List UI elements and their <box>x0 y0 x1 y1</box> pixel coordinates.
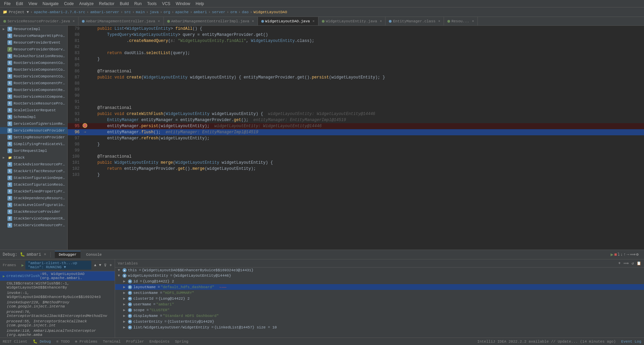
var-user-name[interactable]: ▶ ● userName = "ambari" <box>115 301 644 307</box>
step-down-icon[interactable]: ▼ <box>99 263 102 267</box>
close-icon[interactable]: × <box>438 20 440 23</box>
status-todo[interactable]: ≡ TODO <box>56 340 70 344</box>
var-layout-name[interactable]: ▶ ● layoutName = "default_hdfs_dashboard… <box>115 284 644 290</box>
sidebar-item-stack-dep-resource[interactable]: C StackDependencyResourceProvider <box>0 195 67 202</box>
menu-view[interactable]: View <box>26 0 40 7</box>
sidebar-item-stack-advisor[interactable]: C StackAdvisorResourceProvider <box>0 161 67 168</box>
sidebar-item-root-svc-resource-provider[interactable]: C RootServiceResourceProvider <box>0 100 67 107</box>
sidebar-item-service-resource-provider[interactable]: C ServiceResourceProvider <box>0 127 67 134</box>
close-icon[interactable]: × <box>380 20 382 23</box>
sidebar-item-sort-request-impl[interactable]: C SortRequestImpl <box>0 147 67 154</box>
sidebar-item-root-svc-comp-config-resourc[interactable]: C RootServiceComponentConfigurationResou… <box>0 73 67 80</box>
sidebar-item-resource-provider-observer[interactable]: I ResourceProviderObserver <box>0 46 67 53</box>
add-watch-icon[interactable]: + <box>618 261 621 266</box>
tab-ambari-mgmt-controller-impl[interactable]: AmbariManagementControllerImpl.java × <box>164 17 258 26</box>
sidebar-item-resource-manager-http[interactable]: C ResourceManagerHttpPropertyRequest <box>0 32 67 39</box>
sidebar-item-root-svc-host-comp-resource[interactable]: C RootServiceHostComponentResourceProvid… <box>0 93 67 100</box>
sidebar-item-resource-impl[interactable]: ▶ C ResourceImpl <box>0 26 67 32</box>
sidebar-item-simplifying-predicate[interactable]: C SimplifyingPredicateVisitor <box>0 141 67 147</box>
sidebar-item-stack-level-config[interactable]: C StackLevelConfigurationResourceProvide… <box>0 202 67 208</box>
sidebar-item-stack-config-dep[interactable]: C StackConfigurationDependencyResourcePr… <box>0 175 67 181</box>
sidebar-item-role-auth[interactable]: C RoleAuthorizationResourceProvider <box>0 53 67 60</box>
var-cluster-entity[interactable]: ▶ ● clusterEntity = {ClusterEntity@14429… <box>115 319 644 324</box>
tab-console[interactable]: Console <box>82 251 106 258</box>
frame-item-5[interactable]: proceed:55, InterceptorStackCallback (co… <box>0 319 115 328</box>
sidebar-item-stack-config-resource[interactable]: C StackConfigurationResourceProvider <box>0 181 67 188</box>
menu-code[interactable]: Code <box>61 0 76 7</box>
status-rest-client[interactable]: REST Client <box>3 340 27 344</box>
frame-item-3[interactable]: invokeSuper228, $MethodProxy (com.google… <box>0 300 115 309</box>
menu-vcs[interactable]: VCS <box>159 0 173 7</box>
code-content-area[interactable]: 79 public List<WidgetLayoutEntity> findA… <box>68 26 644 250</box>
sidebar-item-root-svc-comp-prop-provider[interactable]: C RootServiceComponentPropertyProvider <box>0 80 67 87</box>
sidebar-item-stack-defined-prop[interactable]: C StackDefinedPropertyProvider <box>0 188 67 195</box>
add-icon[interactable]: + <box>109 263 112 268</box>
step-out-icon[interactable]: ↑ <box>623 252 626 257</box>
step-over-icon[interactable]: ⤵ <box>618 252 620 257</box>
settings-icon[interactable]: ⚙ <box>636 252 639 257</box>
close-icon[interactable]: × <box>158 20 160 23</box>
menu-navigate[interactable]: Navigate <box>40 0 61 7</box>
sidebar-item-root-svc-comp-config-handler2[interactable]: C RootServiceComponentConfigurationHandl… <box>0 66 67 73</box>
status-terminal[interactable]: Terminal <box>103 340 121 344</box>
close-icon[interactable]: × <box>73 20 75 23</box>
menu-tools[interactable]: Tools <box>145 0 159 7</box>
var-cluster-id[interactable]: ▶ ● clusterId = {Long@14422} 2 <box>115 296 644 301</box>
frame-item-4[interactable]: proceed:76, InterceptorStackCallback$Int… <box>0 309 115 319</box>
var-list[interactable]: ▶ ● list/WidgetLayoutUser/WidgetEntity =… <box>115 324 644 330</box>
sidebar-item-scale-cluster-request[interactable]: C ScaleClusterRequest <box>0 107 67 114</box>
status-spring[interactable]: Spring <box>175 340 188 344</box>
tab-entity-manager[interactable]: EntityManager.class × <box>385 17 444 26</box>
menu-window[interactable]: Window <box>173 0 193 7</box>
var-id[interactable]: ▶ ● id = {Long@14422} 2 <box>115 278 644 284</box>
restore-icon[interactable]: ↺ <box>631 261 634 266</box>
sidebar-item-stack-resource-provider[interactable]: C StackResourceProvider <box>0 208 67 215</box>
var-display-name[interactable]: ▶ ● displayName = "Standard HDFS Dashboa… <box>115 313 644 319</box>
close-icon[interactable]: × <box>472 20 474 23</box>
sidebar-item-stack-folder[interactable]: ▶ 📁 Stack <box>0 154 67 161</box>
var-section-name[interactable]: ▶ ● sectionName = "HDFS_SUMMARY" <box>115 290 644 296</box>
sidebar-item-root-svc-comp-resource-provider[interactable]: C RootServiceComponentResourceProvider <box>0 87 67 93</box>
status-profiler[interactable]: Profiler <box>126 340 144 344</box>
tab-ambari-mgmt-controller[interactable]: AmbariManagementController.java × <box>79 17 164 26</box>
step-into-icon[interactable]: ↓ <box>620 252 623 257</box>
sidebar-item-stack-artifact[interactable]: C StackArtifactResourceProvider <box>0 168 67 175</box>
tab-resou[interactable]: Resou... × <box>444 17 478 26</box>
tab-service-resource-provider[interactable]: ServiceResourceProvider.java × <box>0 17 79 26</box>
sidebar-item-root-svc-comp-config-handler1[interactable]: C RootServiceComponentConfigurationHandl… <box>0 60 67 66</box>
menu-file[interactable]: File <box>1 0 13 7</box>
frame-item-0[interactable]: ▶ createWithFlush:95, WidgetLayoutDAO (o… <box>0 271 115 281</box>
close-icon[interactable]: × <box>252 20 254 23</box>
var-this[interactable]: ▼ ● this = {WidgetLayoutDAO$$EnhancerByG… <box>115 268 644 273</box>
status-event-log[interactable]: Event Log <box>621 340 641 344</box>
tab-widget-layout-entity[interactable]: WidgetLayoutEntity.java × <box>318 17 386 26</box>
filter-icon[interactable]: ⊽ <box>104 263 107 268</box>
menu-build[interactable]: Build <box>117 0 132 7</box>
menu-refactor[interactable]: Refactor <box>96 0 117 7</box>
evaluate-icon[interactable]: ⟹ <box>630 252 636 257</box>
menu-help[interactable]: Help <box>193 0 207 7</box>
status-problems[interactable]: ⊕ Problems <box>75 339 97 344</box>
frame-item-1[interactable]: CGLIB$create:WithFlush$6:-1, WidgetLayou… <box>0 281 115 290</box>
frame-item-2[interactable]: invoke:-1, WidgetLayoutDAO$$EnhancerByGu… <box>0 290 115 300</box>
frame-item-6[interactable]: invoke:118, AmbariJpaLocalTxnInterceptor… <box>0 328 115 338</box>
sidebar-item-stack-svc-comp-resource[interactable]: C StackServiceComponentResourceProvider <box>0 215 67 222</box>
status-debug[interactable]: 🐛 Debug <box>33 339 51 344</box>
sidebar-item-stack-svc-resource[interactable]: C StackServiceResourceProvider <box>0 222 67 229</box>
sidebar-item-setting-resource-provider[interactable]: C SettingResourceProvider <box>0 134 67 141</box>
menu-run[interactable]: Run <box>132 0 145 7</box>
status-endpoints[interactable]: Endpoints <box>150 340 170 344</box>
close-icon[interactable]: × <box>313 20 315 23</box>
evaluate-expr-icon[interactable]: ⟹ <box>623 261 629 266</box>
menu-edit[interactable]: Edit <box>13 0 26 7</box>
close-session-icon[interactable]: × <box>44 252 46 257</box>
sidebar-item-schema-impl[interactable]: C SchemaImpl <box>0 114 67 120</box>
copy-icon[interactable]: 📋 <box>637 261 641 266</box>
project-label[interactable]: Project ▼ <box>9 10 29 14</box>
sidebar-item-resource-provider-event[interactable]: C ResourceProviderEvent <box>0 39 67 46</box>
resume-icon[interactable]: ▶ <box>610 252 613 257</box>
tab-widget-layout-dao[interactable]: WidgetLayoutDAO.java × <box>258 17 318 26</box>
run-to-cursor-icon[interactable]: → <box>627 252 629 257</box>
tab-debugger[interactable]: Debugger <box>55 251 81 258</box>
menu-analyze[interactable]: Analyze <box>76 0 96 7</box>
